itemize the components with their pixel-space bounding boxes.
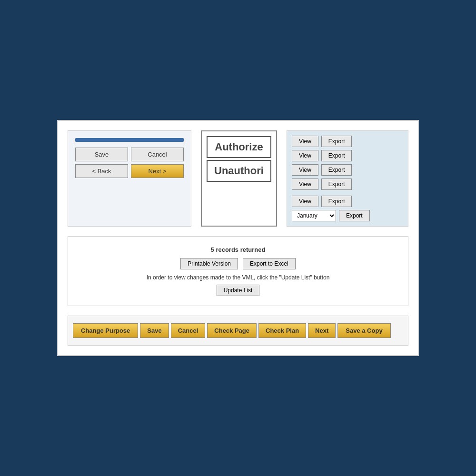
check-page-button[interactable]: Check Page: [207, 323, 257, 338]
button-grid: Save Cancel < Back Next >: [75, 148, 184, 178]
export-button-3[interactable]: Export: [321, 164, 352, 176]
cancel-button[interactable]: Cancel: [131, 148, 184, 161]
records-count: 5 records returned: [78, 246, 398, 253]
bottom-toolbar-container: Change Purpose Save Cancel Check Page Ch…: [68, 316, 408, 346]
view-export-row-2: View Export: [292, 150, 403, 161]
printable-version-button[interactable]: Printable Version: [180, 258, 238, 269]
export-excel-button[interactable]: Export to Excel: [243, 258, 296, 269]
month-export-button[interactable]: Export: [339, 210, 370, 221]
export-button-1[interactable]: Export: [321, 136, 352, 147]
records-section: 5 records returned Printable Version Exp…: [68, 236, 408, 306]
records-buttons: Printable Version Export to Excel: [78, 258, 398, 269]
bottom-toolbar: Change Purpose Save Cancel Check Page Ch…: [73, 323, 403, 338]
change-purpose-button[interactable]: Change Purpose: [73, 323, 138, 338]
records-info: In order to view changes made to the VML…: [78, 274, 398, 281]
view-export-row-5: View Export: [292, 196, 403, 207]
top-section: Save Cancel < Back Next > Authorize Unau…: [68, 130, 408, 227]
update-list-button[interactable]: Update List: [217, 285, 260, 296]
view-button-4[interactable]: View: [292, 178, 318, 190]
toolbar-cancel-button[interactable]: Cancel: [171, 323, 206, 338]
progress-bar-container: [75, 138, 184, 142]
view-button-2[interactable]: View: [292, 150, 318, 161]
authorize-panel: Authorize Unauthori: [201, 130, 277, 227]
export-button-2[interactable]: Export: [321, 150, 352, 161]
next-button[interactable]: Next >: [131, 164, 184, 178]
main-container: Save Cancel < Back Next > Authorize Unau…: [57, 120, 419, 356]
view-export-row-4: View Export: [292, 178, 403, 190]
view-export-row-3: View Export: [292, 164, 403, 176]
progress-bar: [75, 138, 184, 142]
view-export-row-1: View Export: [292, 136, 403, 147]
next-toolbar-button[interactable]: Next: [308, 323, 336, 338]
unauthorize-box[interactable]: Unauthori: [207, 160, 271, 182]
back-button[interactable]: < Back: [75, 164, 128, 178]
left-panel: Save Cancel < Back Next >: [68, 130, 191, 227]
toolbar-save-button[interactable]: Save: [140, 323, 169, 338]
month-export-row: January February March April May June Ju…: [292, 210, 403, 221]
check-plan-button[interactable]: Check Plan: [258, 323, 306, 338]
view-button-5[interactable]: View: [292, 196, 318, 207]
right-panel: View Export View Export View Export View…: [287, 130, 408, 227]
save-copy-button[interactable]: Save a Copy: [337, 323, 390, 338]
view-button-1[interactable]: View: [292, 136, 318, 147]
month-select[interactable]: January February March April May June Ju…: [292, 210, 336, 221]
export-button-5[interactable]: Export: [321, 196, 352, 207]
export-button-4[interactable]: Export: [321, 178, 352, 190]
save-button[interactable]: Save: [75, 148, 128, 161]
view-button-3[interactable]: View: [292, 164, 318, 176]
authorize-box[interactable]: Authorize: [207, 136, 271, 158]
